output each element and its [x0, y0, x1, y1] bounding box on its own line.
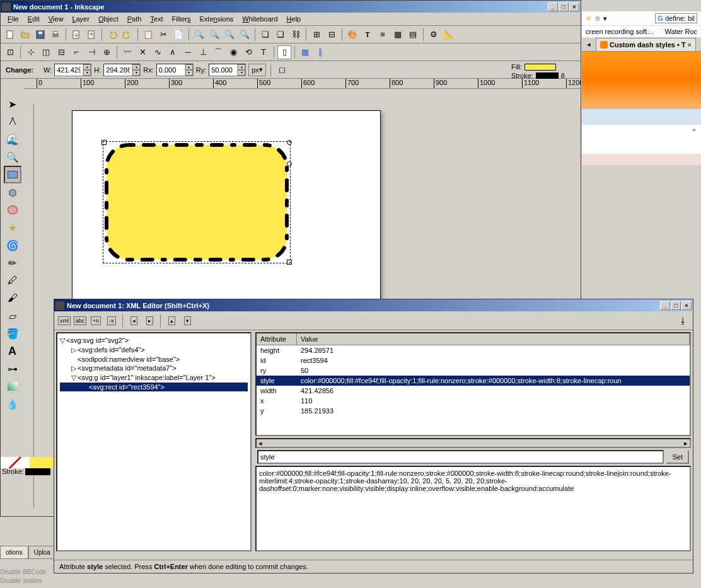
attr-row[interactable]: y185.21933 [257, 406, 690, 416]
xml-tb-btn-6[interactable]: ▸ [142, 314, 156, 328]
tab-close-icon[interactable]: × [688, 41, 692, 49]
attribute-list[interactable]: Attribute Value height294.28571idrect359… [255, 332, 691, 436]
corner-radius-handle-tr[interactable] [287, 140, 292, 145]
ungroup-button[interactable]: ⊟ [325, 28, 339, 42]
3dbox-tool[interactable] [4, 183, 21, 201]
browser-tab[interactable]: Custom dash styles • T × [596, 38, 696, 51]
print-button[interactable] [49, 28, 62, 42]
xml-tb-btn-3[interactable]: -x [105, 314, 119, 328]
menu-text[interactable]: Text [146, 14, 167, 24]
snap-bbox-button[interactable]: ◫ [39, 45, 53, 59]
attr-row[interactable]: idrect3594 [257, 355, 690, 366]
menu-whiteboard[interactable]: Whiteboard [238, 14, 282, 24]
ruler-vertical[interactable] [24, 104, 34, 507]
attr-scrollbar[interactable]: ◂▸ [255, 438, 691, 448]
xml-tb-btn-8[interactable]: ▴ [165, 314, 178, 328]
stroke-swatch[interactable] [536, 72, 559, 79]
snap-tangent-button[interactable]: ⌒ [211, 45, 225, 59]
snap-guide-button[interactable]: ∥ [313, 45, 327, 59]
xml-maximize-button[interactable]: □ [671, 301, 681, 310]
attr-col-value[interactable]: Value [297, 333, 690, 345]
preferences-button[interactable]: ⚙ [427, 28, 441, 42]
xml-dialog-button[interactable]: ≡ [376, 28, 390, 42]
xml-node[interactable]: ▽<svg:svg id="svg2"> [60, 336, 248, 345]
ruler-horizontal[interactable]: 0100200300400500600700800900100011001200 [24, 79, 581, 89]
disable-bbcode-text[interactable]: Disable BBCode [0, 568, 46, 575]
xml-tb-btn-5[interactable]: ◂ [127, 314, 141, 328]
star-tool[interactable]: ★ [4, 219, 21, 236]
xml-node[interactable]: ▷<svg:metadata id="metadata7"> [60, 364, 248, 373]
gradient-tool[interactable] [4, 378, 21, 395]
height-input[interactable]: ▴▾ [103, 64, 141, 76]
import-button[interactable] [69, 28, 83, 42]
export-button[interactable] [84, 28, 98, 42]
upload-tab[interactable]: Uploa [28, 546, 56, 559]
text-dialog-button[interactable]: T [361, 28, 374, 42]
new-button[interactable] [3, 28, 17, 42]
close-button[interactable]: × [569, 3, 579, 11]
rectangle-object[interactable] [104, 142, 289, 262]
rectangle-tool[interactable] [4, 166, 21, 183]
snap-path-button[interactable]: 〰 [120, 45, 134, 59]
group-button[interactable]: ⊞ [310, 28, 323, 42]
zoom-page-button[interactable]: 🔍 [207, 28, 221, 42]
xml-tree[interactable]: ▽<svg:svg id="svg2">▷<svg:defs id="defs4… [56, 332, 252, 551]
resize-handle-tl[interactable] [101, 140, 107, 145]
bookmark-link-1[interactable]: creen recording soft… [586, 28, 654, 35]
snap-page-button[interactable]: ▯ [277, 45, 291, 59]
color-palette[interactable] [1, 457, 59, 468]
snap-center-button[interactable]: ⊕ [100, 45, 113, 59]
spiral-tool[interactable]: 🌀 [4, 236, 21, 254]
xml-node[interactable]: ▷<svg:defs id="defs4"> [60, 345, 248, 355]
disable-smilies-text[interactable]: Disable smilies [0, 577, 42, 584]
snap-intersection-button[interactable]: ✕ [136, 45, 149, 59]
xml-tb-btn-0[interactable]: xml [57, 314, 71, 328]
options-tab[interactable]: otions [0, 546, 28, 559]
attr-name-input[interactable] [257, 450, 664, 464]
xml-node[interactable]: <svg:rect id="rect3594"> [60, 383, 248, 391]
xml-node[interactable]: <sodipodi:namedview id="base"> [60, 355, 248, 364]
unlink-button[interactable]: ⛓ [289, 28, 303, 42]
resize-handle-br[interactable] [287, 260, 292, 265]
copy-button[interactable]: 📋 [141, 28, 155, 42]
fill-stroke-dialog-button[interactable]: 🎨 [345, 28, 359, 42]
zoom-tool[interactable]: 🔍 [4, 148, 21, 166]
fill-swatch[interactable] [524, 64, 556, 71]
menu-path[interactable]: Path [123, 14, 146, 24]
xml-delete-attr-button[interactable]: ⭳ [676, 314, 690, 328]
rss-icon[interactable]: ⚛ [586, 14, 592, 23]
snap-perp-button[interactable]: ⊥ [196, 45, 210, 59]
xml-tb-btn-9[interactable]: ▾ [180, 314, 194, 328]
snap-rotation-button[interactable]: ⟲ [241, 45, 255, 59]
menu-filters[interactable]: Filters [168, 14, 195, 24]
snap-cusp-button[interactable]: ∧ [166, 45, 180, 59]
attr-row[interactable]: height294.28571 [257, 345, 690, 355]
attr-row[interactable]: ry50 [257, 366, 690, 376]
maximize-button[interactable]: □ [559, 3, 569, 11]
document-properties-button[interactable]: 📐 [442, 28, 456, 42]
open-button[interactable] [18, 28, 32, 42]
connector-tool[interactable]: ⊶ [4, 360, 21, 378]
xml-tb-btn-2[interactable]: +n [89, 314, 103, 328]
align-dialog-button[interactable]: ▦ [391, 28, 405, 42]
minimize-button[interactable]: _ [548, 3, 558, 11]
not-rounded-button[interactable]: ◻ [275, 63, 289, 77]
snap-node-button[interactable]: ⊹ [24, 45, 38, 59]
bezier-tool[interactable]: 🖊 [4, 272, 21, 289]
xml-node[interactable]: ▽<svg:g id="layer1" inkscape:label="Laye… [60, 373, 248, 383]
attr-row[interactable]: x110 [257, 396, 690, 406]
quote-icon[interactable]: ❝ [692, 127, 696, 135]
dropdown-icon[interactable]: ▾ [603, 14, 607, 23]
snap-enable-button[interactable]: ⊡ [3, 45, 17, 59]
corner-radius-handle-r[interactable] [287, 161, 292, 166]
attr-row[interactable]: stylecolor:#000000;fill:#fce94f;fill-opa… [257, 376, 690, 386]
menu-file[interactable]: File [3, 14, 23, 24]
xml-minimize-button[interactable]: _ [660, 301, 670, 310]
xml-tb-btn-1[interactable]: abc [73, 314, 87, 328]
snap-object-button[interactable]: ◉ [226, 45, 240, 59]
bookmark-link-2[interactable]: Water Roc [664, 28, 697, 35]
tweak-tool[interactable]: 🌊 [4, 130, 21, 148]
snap-line-button[interactable]: ─ [181, 45, 195, 59]
undo-button[interactable] [105, 28, 119, 42]
ellipse-tool[interactable] [4, 201, 21, 219]
